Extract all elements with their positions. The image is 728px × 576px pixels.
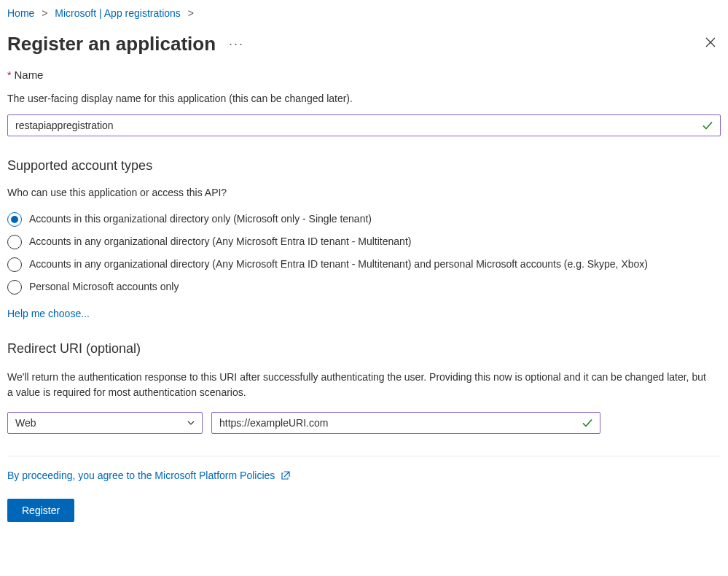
name-input-wrap	[7, 114, 721, 136]
policies-link-text: By proceeding, you agree to the Microsof…	[7, 470, 275, 481]
radio-label: Accounts in any organizational directory…	[29, 234, 411, 249]
close-icon[interactable]	[700, 32, 721, 55]
account-types-radio-group: Accounts in this organizational director…	[7, 211, 721, 295]
radio-option-multitenant-personal[interactable]: Accounts in any organizational directory…	[7, 257, 721, 272]
redirect-uri-heading: Redirect URI (optional)	[7, 341, 721, 357]
redirect-uri-description: We'll return the authentication response…	[7, 370, 714, 400]
page-title: Register an application	[7, 33, 216, 55]
name-helper-text: The user-facing display name for this ap…	[7, 93, 721, 104]
required-star-icon: *	[7, 69, 11, 81]
redirect-uri-row: Web	[7, 412, 721, 434]
checkmark-icon	[702, 120, 713, 131]
breadcrumb-app-registrations[interactable]: Microsoft | App registrations	[55, 7, 180, 19]
breadcrumb: Home > Microsoft | App registrations >	[7, 7, 721, 19]
radio-option-single-tenant[interactable]: Accounts in this organizational director…	[7, 211, 721, 227]
breadcrumb-separator-icon: >	[188, 7, 194, 19]
radio-icon	[7, 235, 22, 249]
platform-policies-link[interactable]: By proceeding, you agree to the Microsof…	[7, 470, 291, 483]
radio-icon	[7, 257, 22, 272]
radio-icon	[7, 212, 22, 227]
policies-text-row: By proceeding, you agree to the Microsof…	[7, 470, 721, 483]
more-icon[interactable]: ···	[229, 36, 244, 52]
title-row: Register an application ···	[7, 32, 721, 55]
platform-select[interactable]: Web	[7, 412, 203, 434]
help-me-choose-link[interactable]: Help me choose...	[7, 308, 90, 319]
radio-label: Personal Microsoft accounts only	[29, 279, 179, 294]
radio-option-personal-only[interactable]: Personal Microsoft accounts only	[7, 279, 721, 295]
name-label: Name	[14, 69, 43, 81]
radio-option-multitenant[interactable]: Accounts in any organizational directory…	[7, 234, 721, 249]
redirect-uri-input-wrap	[211, 412, 600, 434]
breadcrumb-home[interactable]: Home	[7, 7, 34, 19]
radio-label: Accounts in this organizational director…	[29, 211, 372, 226]
checkmark-icon	[582, 417, 593, 429]
redirect-uri-input[interactable]	[211, 412, 600, 434]
external-link-icon	[281, 470, 291, 483]
name-label-row: * Name	[7, 69, 721, 85]
breadcrumb-separator-icon: >	[42, 7, 47, 19]
account-types-heading: Supported account types	[7, 158, 721, 174]
radio-icon	[7, 280, 22, 295]
divider	[7, 456, 721, 456]
platform-select-wrap: Web	[7, 412, 203, 434]
radio-label: Accounts in any organizational directory…	[29, 257, 648, 271]
name-input[interactable]	[7, 114, 721, 136]
account-types-question: Who can use this application or access t…	[7, 187, 721, 198]
register-button[interactable]: Register	[7, 499, 74, 522]
